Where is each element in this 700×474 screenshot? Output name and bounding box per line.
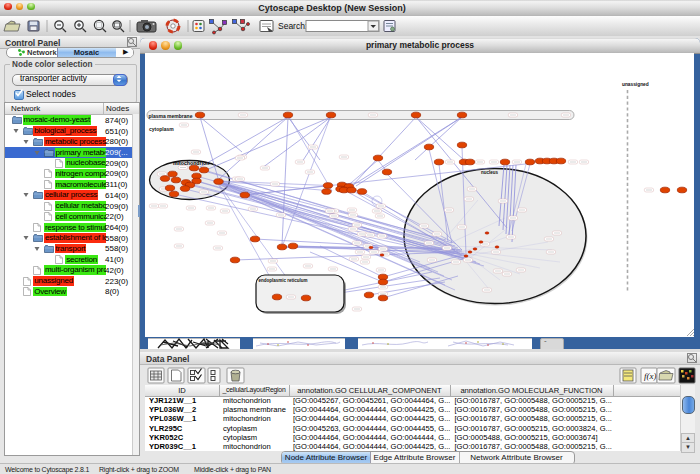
svg-text:plasma membrane: plasma membrane xyxy=(149,113,193,119)
svg-text:nucleus: nucleus xyxy=(481,170,499,175)
svg-text:endoplasmic reticulum: endoplasmic reticulum xyxy=(259,278,308,283)
svg-text:Search:: Search: xyxy=(278,21,307,31)
svg-text:cytoplasm: cytoplasm xyxy=(149,126,174,132)
svg-text:f(x): f(x) xyxy=(644,371,657,381)
svg-text:mitochondrion: mitochondrion xyxy=(173,160,209,166)
svg-text:unassigned: unassigned xyxy=(622,82,649,87)
